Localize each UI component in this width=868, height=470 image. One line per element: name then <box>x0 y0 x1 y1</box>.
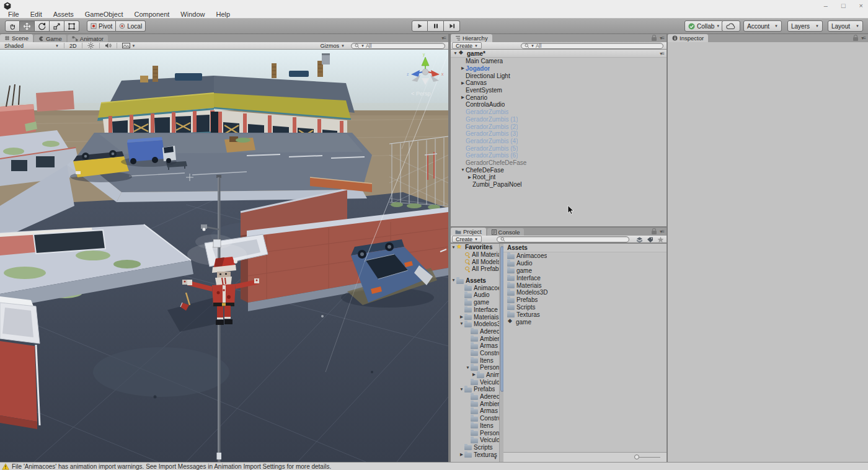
hierarchy-item[interactable]: GeradorZumbis (6) <box>451 152 666 159</box>
project-tree-item[interactable]: game <box>451 299 499 306</box>
step-button[interactable] <box>444 20 460 32</box>
hierarchy-item[interactable]: ▼ChefeDeFase <box>451 166 666 174</box>
project-tree-item[interactable]: Audio <box>451 291 499 299</box>
project-tree-item[interactable]: Scripts <box>451 444 499 451</box>
hierarchy-item[interactable]: GeradorZumbis (5) <box>451 144 666 152</box>
collab-button[interactable]: Collab▼ <box>684 20 724 32</box>
hierarchy-item[interactable]: Zumbi_PapaiNoel <box>451 181 666 188</box>
tab-hierarchy[interactable]: Hierarchy <box>451 34 492 42</box>
panel-menu-icon[interactable]: ▾≡ <box>441 35 446 41</box>
tree-overflow-arrow[interactable]: ▼ <box>494 456 497 460</box>
project-tree-item[interactable]: Armas <box>451 407 499 415</box>
minimize-button[interactable]: – <box>824 2 828 9</box>
menu-item[interactable]: Component <box>128 11 175 19</box>
menu-item[interactable]: File <box>2 11 25 19</box>
project-tree-item[interactable]: Itens <box>451 357 499 364</box>
close-button[interactable]: × <box>859 2 863 9</box>
panel-menu-icon[interactable]: ▾≡ <box>861 35 866 41</box>
project-file-item[interactable]: Prefabs <box>503 296 666 304</box>
scene-search-input[interactable]: ▼ All <box>351 43 445 49</box>
label-tag-icon[interactable] <box>647 237 653 243</box>
project-tree-item[interactable]: Itens <box>451 422 499 430</box>
project-file-item[interactable]: Modelos3D <box>503 289 666 296</box>
hierarchy-search-input[interactable]: ▼ All <box>521 43 663 49</box>
hierarchy-item[interactable]: GeradorZumbis <box>451 109 666 116</box>
project-tree-item[interactable]: All Models <box>451 258 499 265</box>
menu-item[interactable]: Edit <box>25 11 48 19</box>
lock-icon[interactable] <box>652 231 657 234</box>
panel-menu-icon[interactable]: ▾≡ <box>660 229 664 234</box>
tab-scene[interactable]: Scene <box>0 34 33 42</box>
hand-tool-button[interactable] <box>5 20 20 32</box>
project-tree-item[interactable]: ▼Modelos3D <box>451 321 499 328</box>
project-tree-item[interactable]: Interface <box>451 306 499 314</box>
project-tree-item[interactable]: All Prefabs <box>451 265 499 273</box>
project-file-item[interactable]: Materiais <box>503 282 666 289</box>
zoom-slider-track[interactable] <box>636 457 660 458</box>
hierarchy-item[interactable]: GeradorZumbis (2) <box>451 123 666 130</box>
hierarchy-item[interactable]: GeradorZumbis (4) <box>451 138 666 145</box>
project-tree-item[interactable]: ▼Prefabs <box>451 386 499 393</box>
project-tree-item[interactable]: Aderecos <box>451 393 499 401</box>
project-tree-item[interactable]: ▶Animacoes <box>451 371 499 379</box>
asset-package-icon[interactable] <box>636 237 643 243</box>
project-tree-item[interactable]: Ambiente <box>451 400 499 407</box>
maximize-button[interactable]: □ <box>841 2 846 9</box>
hierarchy-item[interactable]: GeradorZumbis (1) <box>451 116 666 123</box>
hierarchy-item[interactable]: ControlaAudio <box>451 101 666 109</box>
hierarchy-item[interactable]: EventSystem <box>451 87 666 94</box>
shading-mode-dropdown[interactable]: Shaded▼ <box>1 42 62 50</box>
project-search-input[interactable] <box>497 236 629 242</box>
project-tree-item[interactable]: Veiculos <box>451 378 499 386</box>
rotate-tool-button[interactable] <box>35 20 50 32</box>
pivot-toggle-button[interactable]: Pivot <box>87 20 116 32</box>
menu-item[interactable]: GameObject <box>79 11 129 19</box>
menu-item[interactable]: Window <box>175 11 210 19</box>
move-tool-button[interactable] <box>20 20 35 32</box>
project-tree-item[interactable]: Construcoes <box>451 415 499 422</box>
hierarchy-item[interactable]: ▶Canvas <box>451 79 666 87</box>
scene-viewport[interactable]: y x z < Persp <box>0 50 448 462</box>
hierarchy-item[interactable]: GeradorZumbis (3) <box>451 130 666 138</box>
panel-menu-icon[interactable]: ▾≡ <box>660 35 664 41</box>
hierarchy-item[interactable]: ▶Root_jnt <box>451 174 666 181</box>
layout-dropdown[interactable]: Layout▼ <box>828 20 863 32</box>
project-tree-item[interactable]: ▼Personagens <box>451 364 499 371</box>
tab-animator[interactable]: Animator <box>68 35 108 42</box>
project-file-item[interactable]: Audio <box>503 260 666 267</box>
hierarchy-item[interactable]: GeradorChefeDeFase <box>451 159 666 167</box>
pause-button[interactable] <box>428 20 444 32</box>
menu-item[interactable]: Help <box>210 11 236 19</box>
play-button[interactable] <box>412 20 428 32</box>
scale-tool-button[interactable] <box>50 20 64 32</box>
lighting-toggle-button[interactable] <box>84 42 97 50</box>
local-toggle-button[interactable]: Local <box>116 20 146 32</box>
hierarchy-item[interactable]: ▶Jogador <box>451 65 666 73</box>
project-file-item[interactable]: game <box>503 267 666 275</box>
project-tree-item[interactable]: Construcoes <box>451 350 499 357</box>
menu-item[interactable]: Assets <box>48 11 79 19</box>
scene-row-menu-icon[interactable]: ▾≡ <box>660 51 664 56</box>
project-file-item[interactable]: Interface <box>503 274 666 282</box>
hierarchy-item[interactable]: Directional Light <box>451 72 666 79</box>
project-tree-item[interactable]: ▼Favorites <box>451 244 499 251</box>
project-tree-item[interactable]: All Materials <box>451 251 499 259</box>
project-file-item[interactable]: Texturas <box>503 311 666 318</box>
hierarchy-item[interactable]: Main Camera <box>451 58 666 65</box>
project-tree-item[interactable]: ▶Texturas <box>451 451 499 458</box>
project-tree-item[interactable]: Ambiente <box>451 335 499 342</box>
project-tree-item[interactable] <box>451 273 499 277</box>
lock-icon[interactable] <box>853 37 858 41</box>
project-tree-item[interactable]: ▼Assets <box>451 277 499 285</box>
tab-game[interactable]: Game <box>34 35 66 42</box>
tab-inspector[interactable]: Inspector <box>668 34 708 42</box>
rect-tool-button[interactable] <box>64 20 79 32</box>
hierarchy-scene-row[interactable]: ▼ game* ▾≡ <box>451 50 666 58</box>
project-tree-item[interactable]: Armas <box>451 342 499 350</box>
cloud-button[interactable] <box>722 20 740 32</box>
favorite-star-icon[interactable] <box>657 236 664 243</box>
project-tree-item[interactable]: Veiculos <box>451 437 499 444</box>
tab-console[interactable]: Console <box>487 228 525 236</box>
project-tree-item[interactable]: Animacoes <box>451 284 499 291</box>
zoom-slider-knob[interactable] <box>634 454 639 459</box>
